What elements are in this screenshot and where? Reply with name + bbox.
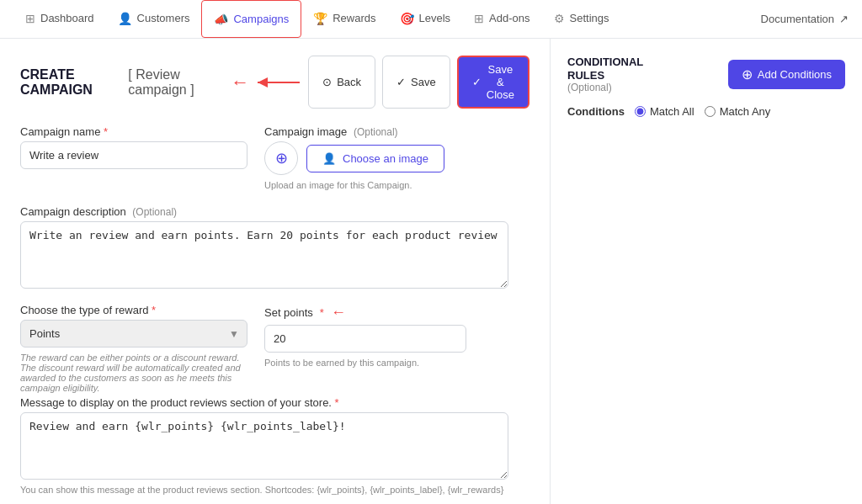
image-circle-button[interactable]: ⊕ bbox=[264, 141, 298, 175]
save-icon: ✓ bbox=[396, 76, 406, 88]
conditions-row: Conditions Match All Match Any bbox=[567, 105, 845, 118]
message-hint: You can show this message at the product… bbox=[20, 485, 529, 495]
name-image-row: Campaign name * Campaign image (Optional… bbox=[20, 125, 529, 190]
arrow-graphic bbox=[258, 74, 308, 91]
campaign-name-label: Campaign name * bbox=[20, 125, 247, 138]
sidebar: CONDITIONAL RULES (Optional) ⊕ Add Condi… bbox=[551, 39, 862, 504]
reward-points-row: Choose the type of reward * Points Disco… bbox=[20, 304, 529, 393]
points-hint: Points to be earned by this campaign. bbox=[264, 358, 529, 368]
nav-settings[interactable]: ⚙ Settings bbox=[542, 0, 621, 38]
image-circle-icon: ⊕ bbox=[275, 149, 288, 167]
message-group: Message to display on the product review… bbox=[20, 396, 529, 495]
header-buttons: ⊙ Back ✓ Save ✓ Save & Close bbox=[308, 56, 529, 109]
nav-dashboard[interactable]: ⊞ Dashboard bbox=[13, 0, 106, 38]
match-all-option[interactable]: Match All bbox=[635, 105, 694, 118]
image-upload-row: ⊕ 👤 Choose an image bbox=[264, 141, 529, 175]
page-title: CREATE CAMPAIGN [ Review campaign ] bbox=[20, 67, 222, 98]
navigation: ⊞ Dashboard 👤 Customers 📣 Campaigns 🏆 Re… bbox=[0, 0, 862, 39]
description-textarea[interactable] bbox=[20, 221, 508, 289]
external-link-icon: ↗ bbox=[839, 13, 849, 25]
customers-icon: 👤 bbox=[118, 12, 132, 25]
save-close-button[interactable]: ✓ Save & Close bbox=[457, 56, 529, 109]
nav-customers[interactable]: 👤 Customers bbox=[106, 0, 202, 38]
message-textarea[interactable]: Review and earn {wlr_points} {wlr_points… bbox=[20, 412, 508, 480]
levels-icon: 🎯 bbox=[400, 12, 414, 25]
rewards-icon: 🏆 bbox=[313, 12, 327, 25]
choose-image-icon: 👤 bbox=[322, 152, 336, 165]
add-conditions-button[interactable]: ⊕ Add Conditions bbox=[728, 60, 845, 89]
save-button[interactable]: ✓ Save bbox=[382, 56, 450, 109]
choose-image-button[interactable]: 👤 Choose an image bbox=[306, 145, 444, 172]
conditions-label: Conditions bbox=[567, 105, 625, 118]
campaign-image-label: Campaign image (Optional) bbox=[264, 125, 529, 138]
points-arrow-annotation: ← bbox=[331, 304, 346, 321]
back-icon: ⊙ bbox=[322, 76, 332, 88]
dashboard-icon: ⊞ bbox=[25, 12, 35, 25]
match-all-radio[interactable] bbox=[635, 106, 646, 117]
main-content: CREATE CAMPAIGN [ Review campaign ] ← ⊙ … bbox=[0, 39, 551, 504]
reward-type-select-wrapper: Points Discount ▼ bbox=[20, 320, 247, 347]
description-group: Campaign description (Optional) bbox=[20, 205, 529, 289]
conditional-title-block: CONDITIONAL RULES (Optional) bbox=[567, 56, 643, 93]
set-points-label: Set points * ← bbox=[264, 304, 529, 321]
upload-hint: Upload an image for this Campaign. bbox=[264, 180, 529, 190]
svg-marker-1 bbox=[258, 77, 268, 88]
campaign-image-group: Campaign image (Optional) ⊕ 👤 Choose an … bbox=[264, 125, 529, 190]
add-conditions-icon: ⊕ bbox=[742, 66, 753, 82]
message-label: Message to display on the product review… bbox=[20, 396, 529, 409]
nav-campaigns[interactable]: 📣 Campaigns bbox=[201, 0, 301, 38]
nav-rewards[interactable]: 🏆 Rewards bbox=[301, 0, 387, 38]
docs-link[interactable]: Documentation ↗ bbox=[761, 13, 849, 25]
settings-icon: ⚙ bbox=[554, 12, 565, 25]
reward-type-select[interactable]: Points Discount bbox=[20, 320, 247, 347]
set-points-group: Set points * ← Points to be earned by th… bbox=[264, 304, 529, 393]
campaigns-icon: 📣 bbox=[214, 13, 228, 26]
set-points-input[interactable] bbox=[264, 325, 466, 353]
save-close-icon: ✓ bbox=[472, 76, 482, 88]
match-any-option[interactable]: Match Any bbox=[705, 105, 771, 118]
campaign-name-input[interactable] bbox=[20, 141, 247, 169]
nav-addons[interactable]: ⊞ Add-ons bbox=[462, 0, 541, 38]
back-button[interactable]: ⊙ Back bbox=[308, 56, 375, 109]
reward-hint: The reward can be either points or a dis… bbox=[20, 353, 247, 393]
reward-type-group: Choose the type of reward * Points Disco… bbox=[20, 304, 247, 393]
description-label: Campaign description (Optional) bbox=[20, 205, 529, 218]
match-any-radio[interactable] bbox=[705, 106, 716, 117]
conditional-header: CONDITIONAL RULES (Optional) ⊕ Add Condi… bbox=[567, 56, 845, 93]
page-header: CREATE CAMPAIGN [ Review campaign ] ← ⊙ … bbox=[20, 56, 529, 109]
nav-levels[interactable]: 🎯 Levels bbox=[388, 0, 463, 38]
title-arrow-annotation: ← bbox=[231, 72, 249, 93]
addons-icon: ⊞ bbox=[474, 12, 484, 25]
reward-type-label: Choose the type of reward * bbox=[20, 304, 247, 316]
campaign-name-group: Campaign name * bbox=[20, 125, 247, 190]
match-radio-group: Match All Match Any bbox=[635, 105, 770, 118]
